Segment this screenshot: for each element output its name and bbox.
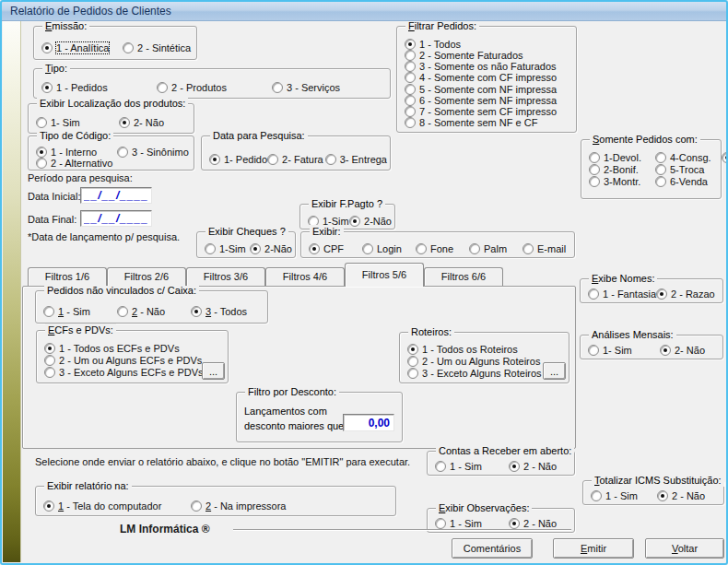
radio-observacoes-1[interactable]: 1 - Sim [435,517,509,530]
radio-label: 2 - Não [523,461,557,472]
roteiros-select-button[interactable]: ... [543,362,566,380]
data-final-input[interactable] [80,210,152,227]
radio-exibir-5[interactable]: E-mail [523,242,566,255]
radio-observacoes-2[interactable]: 2 - Não [509,517,557,530]
group-label: Exibir relatório na: [44,479,132,492]
radio-somente_pedidos-1[interactable]: 1-Devol. [589,151,655,163]
tab-filtros-6[interactable]: Filtros 6/6 [424,267,503,286]
data-inicial-input[interactable] [80,187,152,204]
radio-nao_vinculados-2[interactable]: 2 - Não [117,305,191,318]
tab-filtros-1[interactable]: Filtros 1/6 [28,267,107,286]
radio-options: 1- Sim2- Não [588,344,720,356]
radio-tipo-2[interactable]: 2 - Produtos [157,81,272,94]
radio-filtrar-8[interactable]: 8 - Somente sem NF e CF [405,117,537,128]
radio-contas-1[interactable]: 1 - Sim [435,460,509,473]
radio-selected-icon [309,243,320,254]
radio-analises-2[interactable]: 2- Não [660,344,705,357]
radio-tipo_codigo-1[interactable]: 1 - Interno [36,147,117,158]
radio-somente_pedidos-4[interactable]: 4-Consg. [655,151,722,163]
radio-ecfs-2[interactable]: 2 - Um ou Alguns ECFs e PDVs [44,354,202,366]
radio-tipo_codigo-2[interactable]: 3 - Sinônimo [117,147,189,158]
radio-filtrar-4[interactable]: 4 - Somente com CF impresso [405,72,557,83]
tab-filtros-2[interactable]: Filtros 2/6 [107,267,186,286]
radio-icon [405,117,416,128]
radio-exibe_nomes-2[interactable]: 2 - Razao [656,288,715,300]
radio-localizacao-1[interactable]: 1- Sim [36,116,119,129]
tab-filtros-3[interactable]: Filtros 3/6 [186,267,265,286]
radio-label: Palm [484,243,507,254]
radio-icms-2[interactable]: 2 - Não [657,489,705,502]
radio-emissao-2[interactable]: 2 - Sintética [123,41,191,54]
radio-label: 1- Pedido [224,154,267,165]
radio-somente_pedidos-6[interactable]: 6-Venda [655,175,722,187]
radio-filtrar-2[interactable]: 2 - Somente Faturados [405,50,523,61]
radio-label: 6 - Somente sem NF impressa [419,95,557,106]
radio-filtrar-5[interactable]: 5 - Somente com NF impressa [405,84,557,95]
radio-cheques-2[interactable]: 2-Não [250,242,292,255]
radio-data_pesquisa-3[interactable]: 3- Entrega [325,153,387,166]
radio-filtrar-7[interactable]: 7 - Somente sem CF impresso [405,106,557,117]
radio-cheques-1[interactable]: 1-Sim [205,242,250,255]
radio-data_pesquisa-1[interactable]: 1- Pedido [209,153,267,166]
comentarios-button[interactable]: Comentários [452,538,533,559]
radio-filtrar-6[interactable]: 6 - Somente sem NF impressa [405,95,557,106]
radio-somente_pedidos-5[interactable]: 5-Troca [655,163,722,175]
radio-icon [157,82,168,93]
radio-exibir-2[interactable]: Login [362,242,416,255]
desconto-value-input[interactable] [343,414,394,431]
radio-localizacao-2[interactable]: 2- Não [119,116,164,129]
radio-selected-icon [191,306,202,317]
radio-nao_vinculados-1[interactable]: 1 - Sim [43,305,117,318]
radio-relatorio_na-1[interactable]: 1 - Tela do computador [43,500,191,512]
radio-label: 2 - Razao [671,288,715,300]
emitir-button[interactable]: Emitir [553,538,634,559]
radio-options: 1 - Todos2 - Somente Faturados3 - Soment… [405,39,573,128]
radio-roteiros-2[interactable]: 2 - Um ou Alguns Roteiros [407,356,540,368]
radio-somente_pedidos-7[interactable]: 7-Todos [722,151,728,163]
radio-somente_pedidos-3[interactable]: 3-Montr. [589,175,655,187]
radio-filtrar-1[interactable]: 1 - Todos [405,39,461,50]
desconto-text-line1: Lançamentos com [244,406,327,417]
radio-label: 2 - Somente Faturados [419,50,523,61]
radio-exibir-3[interactable]: Fone [416,242,469,255]
radio-tipo-1[interactable]: 1 - Pedidos [41,81,157,94]
radio-exibir-1[interactable]: CPF [309,242,362,255]
ecfs-select-button[interactable]: ... [202,362,225,380]
radio-icms-1[interactable]: 1 - Sim [591,489,657,502]
period-note: *Data de lançamento p/ pesquisa. [28,231,180,242]
radio-exibir-4[interactable]: Palm [469,242,523,255]
radio-exibe_nomes-1[interactable]: 1 - Fantasia [588,288,656,300]
radio-contas-2[interactable]: 2 - Não [509,460,557,473]
radio-tipo-3[interactable]: 3 - Serviços [272,81,387,94]
radio-options: 1 - Sim2 - Não3 - Todos [43,303,264,320]
tab-filtros-5[interactable]: Filtros 5/6 [345,263,424,287]
radio-nao_vinculados-3[interactable]: 3 - Todos [191,305,264,318]
radio-icon [405,95,416,106]
radio-filtrar-3[interactable]: 3 - Somente os não Faturados [405,61,557,72]
radio-icon [205,243,216,254]
radio-selected-icon [41,82,53,93]
radio-data_pesquisa-2[interactable]: 2- Fatura [267,153,325,166]
radio-relatorio_na-2[interactable]: 2 - Na impressora [191,500,286,512]
radio-roteiros-3[interactable]: 3 - Exceto Alguns Roteiros [407,367,542,379]
radio-options: 1 - Sim2 - Não [435,460,571,472]
radio-label: 1 - Sim [450,461,482,472]
radio-emissao-1[interactable]: 1 - Analítica [41,41,123,54]
radio-roteiros-1[interactable]: 1 - Todos os Roteiros [407,344,518,356]
radio-options: 1 - Sim2 - Não [435,517,571,529]
radio-analises-1[interactable]: 1- Sim [588,344,660,357]
radio-tipo_codigo-3[interactable]: 2 - Alternativo [36,158,112,169]
group-label: Exibir Localização dos produtos: [37,97,188,110]
radio-ecfs-1[interactable]: 1 - Todos os ECFs e PDVs [44,342,180,354]
radio-icon [36,158,47,169]
radio-fpagto-2[interactable]: 2-Não [349,215,392,228]
radio-label: 1 - Analítica [56,42,109,53]
voltar-button[interactable]: Voltar [645,538,724,559]
radio-icon [405,72,416,83]
radio-label: 1 - Tela do computador [58,500,161,512]
radio-somente_pedidos-2[interactable]: 2-Bonif. [589,163,655,175]
radio-label: 5-Troca [670,164,705,175]
tab-filtros-4[interactable]: Filtros 4/6 [265,267,345,286]
radio-options: 1 - Todos os ECFs e PDVs2 - Um ou Alguns… [44,342,225,379]
radio-ecfs-3[interactable]: 3 - Exceto Alguns ECFs e PDVs [44,367,204,379]
